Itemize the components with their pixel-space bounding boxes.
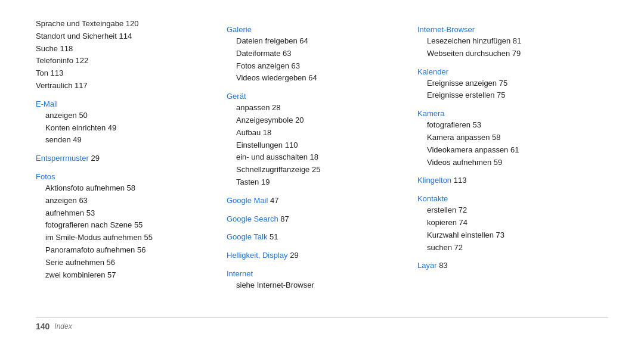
section-heading: Galerie <box>227 25 405 34</box>
list-item: Telefoninfo 122 <box>36 55 215 67</box>
list-item: aufnehmen 53 <box>36 207 215 220</box>
list-item: fotografieren nach Szene 55 <box>36 219 215 232</box>
inline-section-item: Google Search 87 <box>227 213 405 226</box>
list-item: zwei kombinieren 57 <box>36 269 215 282</box>
page: Sprache und Texteingabe 120Standort und … <box>0 0 644 349</box>
section-heading: Internet-Browser <box>417 25 596 34</box>
list-item: Anzeigesymbole 20 <box>227 114 405 127</box>
list-item: fotografieren 53 <box>417 119 596 132</box>
list-item: Einstellungen 110 <box>227 139 405 152</box>
inline-section-heading: Google Search <box>227 214 278 223</box>
list-item: Standort und Sicherheit 114 <box>36 30 215 43</box>
list-item: im Smile-Modus aufnehmen 55 <box>36 232 215 244</box>
content-columns: Sprache und Texteingabe 120Standort und … <box>36 18 608 311</box>
list-item: Serie aufnehmen 56 <box>36 257 215 269</box>
list-item: ein- und ausschalten 18 <box>227 151 405 164</box>
inline-section-number: 51 <box>267 232 278 241</box>
inline-section-heading: Google Mail <box>227 196 268 205</box>
inline-section-number: 113 <box>451 176 466 185</box>
inline-section-heading: Entsperrmuster <box>36 154 89 163</box>
section-heading: Kontakte <box>417 194 596 203</box>
list-item: Suche 118 <box>36 43 215 55</box>
list-item: suchen 72 <box>417 242 596 254</box>
inline-section-item: Helligkeit, Display 29 <box>227 250 405 262</box>
list-item: anzeigen 50 <box>36 110 215 122</box>
inline-section-item: Google Mail 47 <box>227 195 405 207</box>
column-2: GalerieDateien freigeben 64Dateiformate … <box>227 18 417 311</box>
section-heading: E-Mail <box>36 99 215 108</box>
list-item: Vertraulich 117 <box>36 80 215 92</box>
list-item: senden 49 <box>36 134 215 147</box>
list-item: Sprache und Texteingabe 120 <box>36 18 215 30</box>
footer: 140 Index <box>36 317 608 331</box>
inline-section-number: 87 <box>278 214 289 223</box>
list-item: Ton 113 <box>36 67 215 80</box>
list-item: erstellen 72 <box>417 204 596 217</box>
footer-page-number: 140 <box>36 322 49 331</box>
list-item: Aktionsfoto aufnehmen 58 <box>36 182 215 195</box>
list-item: Fotos anzeigen 63 <box>227 60 405 73</box>
list-item: Aufbau 18 <box>227 127 405 139</box>
list-item: kopieren 74 <box>417 217 596 229</box>
list-item: Ereignisse erstellen 75 <box>417 89 596 102</box>
section-heading: Fotos <box>36 172 215 181</box>
section-heading: Internet <box>227 269 405 278</box>
list-item: Panoramafoto aufnehmen 56 <box>36 244 215 257</box>
list-item: Lesezeichen hinzufügen 81 <box>417 35 596 48</box>
inline-section-number: 47 <box>268 196 278 205</box>
list-item: Kamera anpassen 58 <box>417 132 596 144</box>
inline-section-item: Klingelton 113 <box>417 174 596 187</box>
list-item: anzeigen 63 <box>36 195 215 207</box>
inline-section-heading: Klingelton <box>417 176 451 185</box>
list-item: Kurzwahl einstellen 73 <box>417 229 596 242</box>
list-item: Dateiformate 63 <box>227 48 405 60</box>
inline-section-heading: Layar <box>417 261 437 270</box>
inline-section-heading: Google Talk <box>227 232 267 241</box>
list-item: Tasten 19 <box>227 176 405 189</box>
column-1: Sprache und Texteingabe 120Standort und … <box>36 18 227 311</box>
section-heading: Kalender <box>417 67 596 76</box>
footer-label: Index <box>54 322 72 331</box>
inline-section-number: 29 <box>89 154 100 163</box>
inline-section-number: 83 <box>437 261 448 270</box>
inline-section-item: Entsperrmuster 29 <box>36 152 215 165</box>
inline-section-heading: Helligkeit, Display <box>227 251 288 260</box>
inline-section-number: 29 <box>288 251 299 260</box>
list-item: Ereignisse anzeigen 75 <box>417 77 596 90</box>
list-item: Videos wiedergeben 64 <box>227 72 405 85</box>
inline-section-item: Google Talk 51 <box>227 231 405 244</box>
inline-section-item: Layar 83 <box>417 260 596 272</box>
list-item: siehe Internet-Browser <box>227 279 405 292</box>
list-item: Schnellzugriffanzeige 25 <box>227 164 405 176</box>
list-item: Dateien freigeben 64 <box>227 35 405 48</box>
list-item: Konten einrichten 49 <box>36 122 215 135</box>
section-heading: Kamera <box>417 109 596 118</box>
list-item: Webseiten durchsuchen 79 <box>417 48 596 60</box>
column-3: Internet-BrowserLesezeichen hinzufügen 8… <box>417 18 608 311</box>
list-item: Videos aufnehmen 59 <box>417 157 596 169</box>
list-item: Videokamera anpassen 61 <box>417 144 596 157</box>
section-heading: Gerät <box>227 92 405 101</box>
list-item: anpassen 28 <box>227 102 405 114</box>
